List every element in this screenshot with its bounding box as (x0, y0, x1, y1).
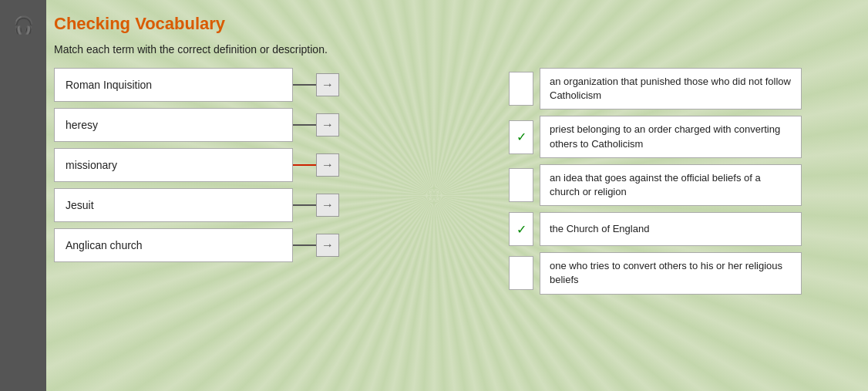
arrow-button-3[interactable]: → (316, 153, 339, 177)
term-row: heresy → (54, 108, 339, 142)
term-row: Roman Inquisition → (54, 68, 339, 102)
connector-line-5 (293, 244, 316, 246)
terms-column: Roman Inquisition → heresy → mission (54, 68, 339, 262)
term-box-missionary: missionary (54, 148, 293, 182)
connector-line-3 (293, 164, 316, 166)
connector-line-4 (293, 204, 316, 206)
term-row: Anglican church → (54, 228, 339, 262)
arrow-button-2[interactable]: → (316, 113, 339, 137)
def-box-3: an idea that goes against the official b… (540, 164, 802, 206)
def-checkbox-5[interactable] (509, 256, 533, 290)
def-checkbox-3[interactable] (509, 168, 533, 202)
page-title: Checking Vocabulary (54, 14, 845, 34)
definition-row-4: the Church of England (509, 212, 802, 246)
sidebar: 🎧 (0, 0, 46, 391)
arrow-button-4[interactable]: → (316, 194, 339, 217)
matching-area: Roman Inquisition → heresy → mission (54, 68, 845, 295)
definition-row-5: one who tries to convert others to his o… (509, 252, 802, 294)
def-box-2: priest belonging to an order charged wit… (540, 116, 802, 157)
term-box-jesuit: Jesuit (54, 188, 293, 222)
arrow-button-1[interactable]: → (316, 73, 339, 96)
def-box-5: one who tries to convert others to his o… (540, 252, 802, 294)
term-row: Jesuit → (54, 188, 339, 222)
definitions-column: an organization that punished those who … (509, 68, 802, 295)
connector-2: → (293, 108, 339, 142)
def-checkbox-1[interactable] (509, 72, 533, 106)
arrow-button-5[interactable]: → (316, 234, 339, 257)
main-container: Checking Vocabulary Match each term with… (0, 0, 868, 308)
term-box-heresy: heresy (54, 108, 293, 142)
connector-line-2 (293, 124, 316, 126)
connector-1: → (293, 68, 339, 102)
term-row: missionary → (54, 148, 339, 182)
definition-row-3: an idea that goes against the official b… (509, 164, 802, 206)
connector-5: → (293, 228, 339, 262)
def-checkbox-2[interactable] (509, 120, 533, 154)
def-checkbox-4[interactable] (509, 212, 533, 246)
connector-4: → (293, 188, 339, 222)
def-box-4: the Church of England (540, 212, 802, 246)
term-box-roman-inquisition: Roman Inquisition (54, 68, 293, 102)
connector-3: → (293, 148, 339, 182)
definition-row-1: an organization that punished those who … (509, 68, 802, 110)
definition-row-2: priest belonging to an order charged wit… (509, 116, 802, 157)
instructions: Match each term with the correct definit… (54, 43, 845, 56)
headphone-icon: 🎧 (13, 15, 34, 35)
connector-line-1 (293, 84, 316, 86)
term-box-anglican: Anglican church (54, 228, 293, 262)
def-box-1: an organization that punished those who … (540, 68, 802, 110)
